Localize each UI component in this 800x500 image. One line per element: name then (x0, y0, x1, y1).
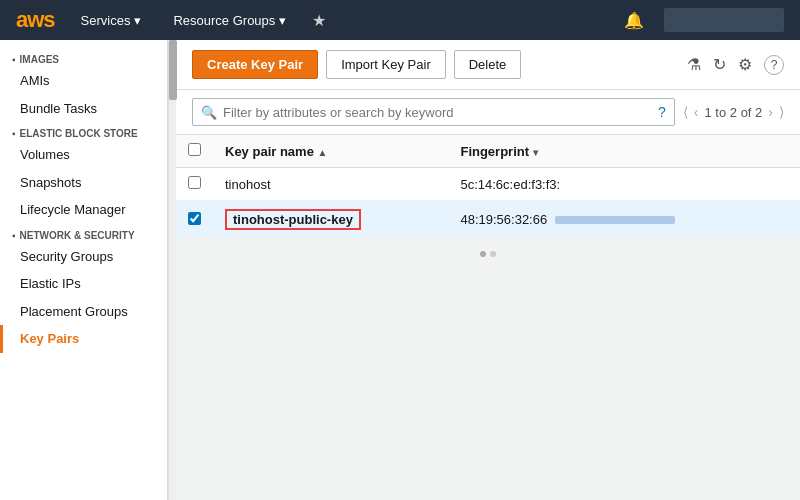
search-help-icon[interactable]: ? (658, 104, 666, 120)
top-navigation: aws Services ▾ Resource Groups ▾ ★ 🔔 (0, 0, 800, 40)
table-header-row: Key pair name ▲ Fingerprint ▾ (176, 135, 800, 168)
prev-page-button[interactable]: ‹ (694, 104, 699, 120)
search-icon: 🔍 (201, 105, 217, 120)
toolbar: Create Key Pair Import Key Pair Delete ⚗… (176, 40, 800, 90)
sidebar-item-volumes[interactable]: Volumes (0, 141, 167, 169)
toolbar-icons: ⚗ ↻ ⚙ ? (687, 55, 784, 75)
key-pair-name-cell: tinohost-public-key (213, 201, 448, 239)
sidebar-item-bundle-tasks[interactable]: Bundle Tasks (0, 95, 167, 123)
fingerprint-cell: 48:19:56:32:66 (448, 201, 800, 239)
search-input-wrap[interactable]: 🔍 ? (192, 98, 675, 126)
minus-icon: ▪ (12, 54, 16, 65)
bell-icon[interactable]: 🔔 (624, 11, 644, 30)
help-icon[interactable]: ? (764, 55, 784, 75)
fingerprint-text: 48:19:56:32:66 (460, 212, 547, 227)
sidebar-item-placement-groups[interactable]: Placement Groups (0, 298, 167, 326)
main-content: Create Key Pair Import Key Pair Delete ⚗… (176, 40, 800, 500)
create-key-pair-button[interactable]: Create Key Pair (192, 50, 318, 79)
row-checkbox[interactable] (188, 212, 201, 225)
key-pair-name-cell: tinohost (213, 168, 448, 201)
aws-logo: aws (16, 7, 55, 33)
table-row[interactable]: tinohost-public-key48:19:56:32:66 (176, 201, 800, 239)
fingerprint-cell: 5c:14:6c:ed:f3:f3: (448, 168, 800, 201)
header-fingerprint[interactable]: Fingerprint ▾ (448, 135, 800, 168)
table-row[interactable]: tinohost5c:14:6c:ed:f3:f3: (176, 168, 800, 201)
highlighted-key-name: tinohost-public-key (225, 209, 361, 230)
settings-icon[interactable]: ⚙ (738, 55, 752, 74)
main-layout: ▪ IMAGESAMIsBundle Tasks▪ ELASTIC BLOCK … (0, 40, 800, 500)
row-checkbox-cell (176, 201, 213, 239)
sort-arrow-fingerprint: ▾ (533, 147, 538, 158)
fingerprint-bar (555, 216, 675, 224)
sidebar-section-elastic-block-store: ▪ ELASTIC BLOCK STORE (0, 122, 167, 141)
select-all-checkbox[interactable] (188, 143, 201, 156)
sidebar-section-network-security: ▪ NETWORK & SECURITY (0, 224, 167, 243)
minus-icon: ▪ (12, 230, 16, 241)
row-checkbox-cell (176, 168, 213, 201)
bookmark-icon[interactable]: ★ (312, 11, 326, 30)
user-menu[interactable] (664, 8, 784, 32)
pagination: ⟨ ‹ 1 to 2 of 2 › ⟩ (683, 104, 784, 120)
sidebar-item-security-groups[interactable]: Security Groups (0, 243, 167, 271)
sort-arrow-name: ▲ (318, 147, 328, 158)
sidebar-item-key-pairs[interactable]: Key Pairs (0, 325, 167, 353)
resource-groups-chevron: ▾ (279, 13, 286, 28)
sidebar-item-snapshots[interactable]: Snapshots (0, 169, 167, 197)
sidebar-item-lifecycle-manager[interactable]: Lifecycle Manager (0, 196, 167, 224)
row-checkbox[interactable] (188, 176, 201, 189)
experiment-icon[interactable]: ⚗ (687, 55, 701, 74)
header-checkbox-col (176, 135, 213, 168)
pagination-text: 1 to 2 of 2 (705, 105, 763, 120)
header-key-pair-name[interactable]: Key pair name ▲ (213, 135, 448, 168)
services-label: Services (81, 13, 131, 28)
services-menu[interactable]: Services ▾ (75, 9, 148, 32)
last-page-button[interactable]: ⟩ (779, 104, 784, 120)
sidebar-section-images: ▪ IMAGES (0, 48, 167, 67)
aws-logo-text: aws (16, 7, 55, 33)
next-page-button[interactable]: › (768, 104, 773, 120)
sidebar: ▪ IMAGESAMIsBundle Tasks▪ ELASTIC BLOCK … (0, 40, 168, 500)
refresh-icon[interactable]: ↻ (713, 55, 726, 74)
sidebar-item-elastic-ips[interactable]: Elastic IPs (0, 270, 167, 298)
first-page-button[interactable]: ⟨ (683, 104, 688, 120)
search-input[interactable] (223, 105, 658, 120)
sidebar-item-amis[interactable]: AMIs (0, 67, 167, 95)
services-chevron: ▾ (134, 13, 141, 28)
resource-groups-menu[interactable]: Resource Groups ▾ (167, 9, 292, 32)
key-pairs-table: Key pair name ▲ Fingerprint ▾ tinohost5c… (176, 135, 800, 239)
scroll-dots (176, 239, 800, 269)
import-key-pair-button[interactable]: Import Key Pair (326, 50, 446, 79)
delete-button[interactable]: Delete (454, 50, 522, 79)
minus-icon: ▪ (12, 128, 16, 139)
resource-groups-label: Resource Groups (173, 13, 275, 28)
search-bar: 🔍 ? ⟨ ‹ 1 to 2 of 2 › ⟩ (176, 90, 800, 135)
sidebar-scrollbar[interactable] (168, 40, 176, 500)
